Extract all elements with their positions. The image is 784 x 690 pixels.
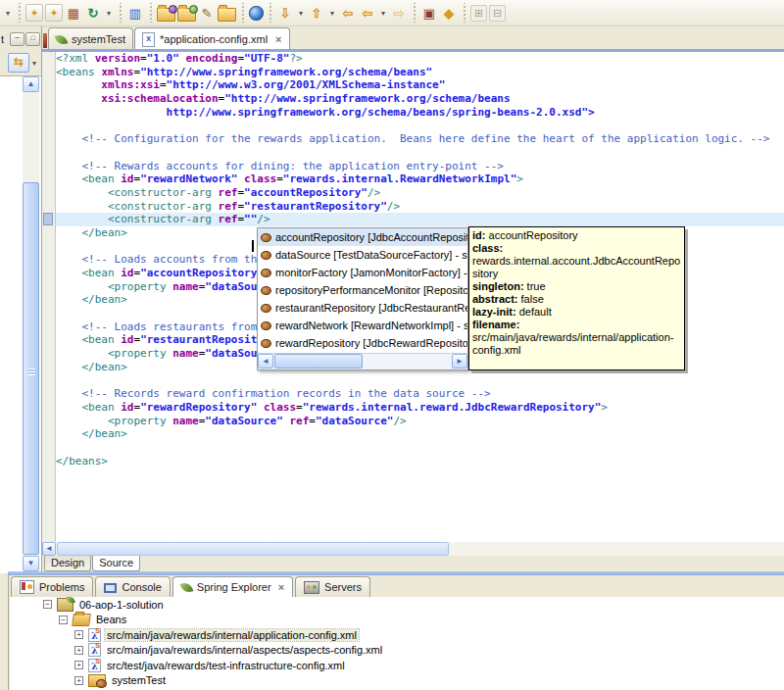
bean-info-tooltip: id: accountRepositoryclass: rewards.inte… — [468, 226, 685, 370]
back-icon[interactable]: ⇦ — [359, 4, 376, 22]
editor-mode-tab-source[interactable]: Source — [92, 556, 140, 571]
code-line: <constructor-arg ref="accountRepository"… — [56, 186, 784, 200]
completion-item[interactable]: dataSource [TestDataSourceFactory] - src… — [258, 246, 467, 264]
open-resource-icon[interactable] — [177, 8, 196, 22]
import-icon[interactable]: ⇩ — [276, 4, 294, 22]
refresh-menu-chevron-icon[interactable]: ▾ — [104, 4, 114, 22]
code-line — [56, 374, 784, 388]
tree-row-label: src/test/java/rewards/test-infrastructur… — [105, 660, 347, 671]
tag-icon[interactable]: ◆ — [440, 4, 458, 22]
editor-tab--application-config-xml[interactable]: X*application-config.xml× — [134, 27, 290, 50]
scroll-down-button[interactable]: ▼ — [23, 556, 39, 571]
new-package-icon[interactable]: ▦ — [65, 4, 82, 22]
code-line: <constructor-arg ref=""/> — [56, 213, 784, 226]
tree-row[interactable]: +src/main/java/rewards/internal/aspects/… — [10, 643, 784, 659]
popup-horizontal-scrollbar[interactable]: ◄ ► — [258, 353, 467, 370]
checkin-icon[interactable]: ▣ — [420, 4, 438, 22]
back-menu-chevron-icon[interactable]: ▾ — [378, 4, 388, 22]
collapse-icon[interactable]: − — [43, 600, 52, 609]
copy-view-icon[interactable]: ▥ — [126, 4, 144, 22]
spring-config-icon — [88, 659, 101, 672]
view-tab-spring-explorer[interactable]: Spring Explorer× — [172, 576, 293, 597]
view-tab-servers[interactable]: Servers — [295, 576, 370, 597]
main-toolbar: ▾✦✦▦↻▾▥✎⇩▾⇧▾⇦⇦▾⇨▣◆⊞⊟ — [0, 0, 784, 26]
web-browser-icon[interactable] — [249, 6, 264, 21]
close-view-icon[interactable]: × — [278, 581, 284, 593]
open-folder-icon[interactable] — [218, 8, 236, 22]
expand-icon[interactable]: + — [74, 676, 83, 685]
bean-icon — [261, 251, 271, 260]
editor-mode-tab-design[interactable]: Design — [44, 556, 91, 571]
bean-icon — [261, 286, 271, 295]
completion-item[interactable]: rewardRepository [JdbcRewardRepository] … — [258, 334, 467, 352]
collapse-all-icon[interactable]: ⊟ — [489, 5, 506, 22]
expand-icon[interactable]: + — [74, 646, 83, 655]
new-spring-project-icon[interactable]: ✦ — [45, 4, 63, 22]
export-icon[interactable]: ⇧ — [308, 4, 325, 22]
last-edit-location-icon[interactable]: ⇦ — [339, 4, 357, 22]
vertical-scrollbar[interactable]: ▲ ▼ — [23, 76, 39, 571]
code-line: <!-- Records reward confirmation records… — [56, 387, 784, 401]
servers-icon — [304, 581, 319, 594]
spring-project-icon — [57, 598, 74, 612]
expand-icon[interactable]: + — [74, 661, 83, 669]
view-menu-chevron-icon[interactable]: ▾ — [32, 59, 36, 68]
scrollbar-thumb[interactable] — [274, 354, 363, 369]
completion-item[interactable]: repositoryPerformanceMonitor [Repository… — [258, 281, 467, 299]
editor-horizontal-scrollbar[interactable]: ◄ — [42, 542, 784, 556]
scroll-left-button[interactable]: ◄ — [258, 354, 273, 369]
new-wizard-icon[interactable]: ✦ — [25, 4, 43, 22]
code-line: xsi:schemaLocation="http://www.springfra… — [56, 92, 784, 106]
tree-row[interactable]: −06-aop-1-solution — [10, 597, 784, 613]
completion-item[interactable]: monitorFactory [JamonMonitorFactory] - s… — [258, 264, 467, 281]
tree-row-label: src/main/java/rewards/internal/applicati… — [105, 629, 359, 641]
expand-icon[interactable]: + — [74, 630, 83, 639]
editor-tab-label: *application-config.xml — [160, 33, 268, 45]
code-line: <bean id="rewardNetwork" class="rewards.… — [56, 172, 784, 186]
tooltip-field-value: rewards.internal.account.JdbcAccountRepo… — [472, 255, 681, 280]
code-line — [56, 146, 784, 160]
minimize-view-button[interactable]: ─ — [10, 32, 24, 46]
toolbar-separator — [461, 3, 467, 23]
completion-item[interactable]: rewardNetwork [RewardNetworkImpl] - src/… — [258, 317, 467, 334]
clipped-view-tab[interactable]: t ─ □ — [0, 28, 41, 49]
scrollbar-thumb[interactable] — [23, 182, 39, 555]
editor-tab-systemTest[interactable]: systemTest — [48, 27, 133, 50]
export-menu-chevron-icon[interactable]: ▾ — [327, 4, 337, 22]
completion-item[interactable]: restaurantRepository [JdbcRestaurantRepo… — [258, 299, 467, 317]
spring-explorer-tree[interactable]: −06-aop-1-solution−Beans+src/main/java/r… — [10, 597, 784, 690]
bean-icon — [261, 269, 271, 277]
tree-row[interactable]: +src/test/java/rewards/test-infrastructu… — [10, 658, 784, 673]
scroll-up-button[interactable]: ▲ — [23, 76, 39, 92]
scrollbar-thumb[interactable] — [57, 542, 449, 556]
open-file-icon[interactable] — [157, 8, 175, 22]
tree-row[interactable]: +systemTest — [10, 673, 784, 689]
maximize-view-button[interactable]: □ — [25, 32, 40, 46]
clipped-view-tab-label: t — [1, 33, 9, 45]
view-tab-problems[interactable]: Problems — [11, 576, 93, 597]
completion-item-label: repositoryPerformanceMonitor [Repository… — [275, 284, 467, 296]
editor-ruler[interactable] — [42, 52, 56, 542]
code-line: <!-- Rewards accounts for dining: the ap… — [56, 160, 784, 173]
scroll-right-button[interactable]: ► — [452, 354, 467, 369]
scroll-left-button[interactable]: ◄ — [42, 542, 56, 556]
collapse-icon[interactable]: − — [59, 616, 68, 624]
toolbar-separator — [16, 3, 23, 23]
forward-icon[interactable]: ⇨ — [390, 4, 408, 22]
tree-row[interactable]: +src/main/java/rewards/internal/applicat… — [10, 627, 784, 643]
close-tab-icon[interactable]: × — [275, 33, 281, 45]
refresh-icon[interactable]: ↻ — [84, 4, 102, 22]
edit-pen-icon[interactable]: ✎ — [198, 4, 216, 22]
config-set-icon — [88, 674, 106, 687]
import-menu-chevron-icon[interactable]: ▾ — [296, 4, 306, 22]
tree-row[interactable]: −Beans — [10, 613, 784, 628]
link-with-editor-icon[interactable]: ⇆ — [8, 53, 29, 73]
spring-config-icon — [88, 628, 101, 642]
view-tab-console[interactable]: Console — [95, 576, 170, 597]
tooltip-field-filename: filename: src/main/java/rewards/internal… — [472, 319, 681, 357]
menu-overflow-chevron-icon[interactable]: ▾ — [3, 4, 13, 22]
view-tab-label: Spring Explorer — [197, 581, 271, 593]
completion-item[interactable]: accountRepository [JdbcAccountRepository… — [258, 228, 467, 246]
expand-all-icon[interactable]: ⊞ — [470, 5, 487, 22]
code-line: <bean id="rewardRepository" class="rewar… — [56, 401, 784, 415]
